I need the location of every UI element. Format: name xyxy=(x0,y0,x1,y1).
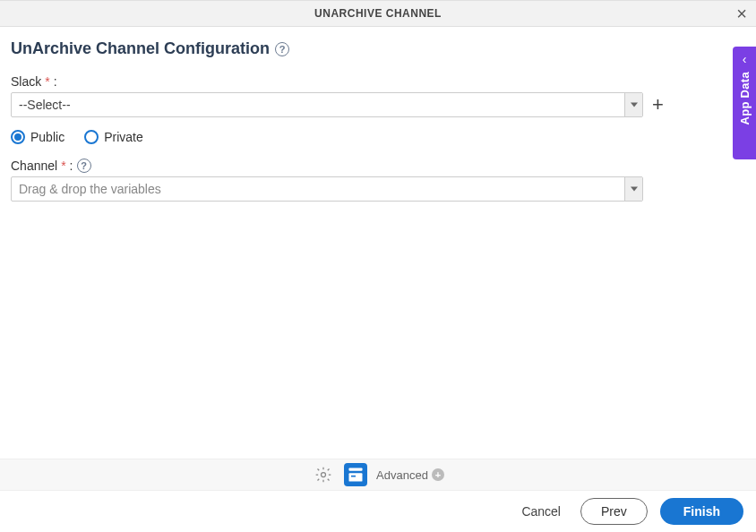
app-data-label: App Data xyxy=(738,72,752,124)
help-icon[interactable]: ? xyxy=(77,159,91,173)
svg-point-0 xyxy=(322,473,326,477)
required-marker: * xyxy=(61,159,65,173)
dialog-footer: Cancel Prev Finish xyxy=(514,498,743,525)
radio-public-indicator xyxy=(11,130,25,144)
label-colon: : xyxy=(70,159,73,173)
slack-select[interactable]: --Select-- xyxy=(11,92,643,117)
svg-rect-3 xyxy=(351,476,356,477)
help-icon[interactable]: ? xyxy=(275,42,289,56)
slack-field-row: --Select-- + xyxy=(11,92,742,117)
chevron-down-icon[interactable] xyxy=(624,177,642,201)
app-data-tab[interactable]: ‹ App Data xyxy=(733,47,756,159)
channel-placeholder: Drag & drop the variables xyxy=(12,182,624,196)
section-title-text: UnArchive Channel Configuration xyxy=(11,39,270,58)
gear-icon[interactable] xyxy=(312,463,335,486)
dialog-body: UnArchive Channel Configuration ? Slack … xyxy=(0,27,756,202)
dialog-header: UNARCHIVE CHANNEL × xyxy=(0,0,756,27)
dialog-title: UNARCHIVE CHANNEL xyxy=(314,7,442,20)
radio-public-label: Public xyxy=(30,130,64,144)
radio-private[interactable]: Private xyxy=(84,130,143,144)
svg-rect-2 xyxy=(349,473,363,481)
channel-field-row: Drag & drop the variables xyxy=(11,176,742,202)
svg-rect-1 xyxy=(349,468,363,471)
bottom-toolbar: Advanced + xyxy=(0,459,756,491)
radio-private-label: Private xyxy=(104,130,143,144)
advanced-link[interactable]: Advanced + xyxy=(376,468,444,482)
plus-circle-icon: + xyxy=(432,468,444,481)
channel-label-text: Channel xyxy=(11,159,57,173)
channel-input[interactable]: Drag & drop the variables xyxy=(11,176,643,202)
radio-private-indicator xyxy=(84,130,99,144)
close-icon[interactable]: × xyxy=(736,4,747,22)
advanced-text: Advanced xyxy=(376,468,428,482)
slack-label-text: Slack xyxy=(11,74,41,89)
slack-select-value: --Select-- xyxy=(12,98,624,112)
cancel-button[interactable]: Cancel xyxy=(514,499,568,524)
chevron-left-icon: ‹ xyxy=(743,52,747,66)
form-icon[interactable] xyxy=(344,463,367,486)
visibility-radio-group: Public Private xyxy=(11,130,742,144)
slack-label: Slack * : xyxy=(11,74,742,89)
prev-button[interactable]: Prev xyxy=(580,498,648,525)
label-colon: : xyxy=(54,74,57,89)
finish-button[interactable]: Finish xyxy=(660,498,743,525)
add-slack-icon[interactable]: + xyxy=(652,95,664,115)
channel-label: Channel * : ? xyxy=(11,159,742,173)
section-heading: UnArchive Channel Configuration ? xyxy=(11,39,742,58)
chevron-down-icon[interactable] xyxy=(624,93,642,116)
radio-public[interactable]: Public xyxy=(11,130,64,144)
required-marker: * xyxy=(45,74,49,89)
